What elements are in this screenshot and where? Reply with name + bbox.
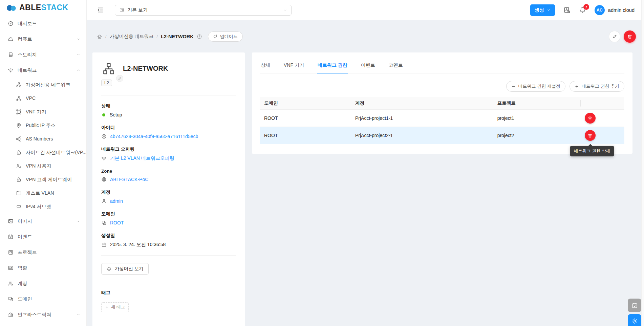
project-icon xyxy=(8,249,14,255)
field-domain-value[interactable]: ROOT xyxy=(110,220,124,225)
field-zone: ZoneABLESTACK-PoC xyxy=(101,169,236,182)
column-header: 계정 xyxy=(351,97,493,110)
sidebar-item-domains[interactable]: 도메인 xyxy=(0,291,86,307)
sidebar-item-vnf-appliances[interactable]: VNF 기기 xyxy=(0,105,86,118)
field-zone-value[interactable]: ABLESTACK-PoC xyxy=(110,177,148,182)
cell-domain: ROOT xyxy=(260,110,351,127)
sidebar-item-as-numbers[interactable]: AS Numbers xyxy=(0,132,86,146)
sidebar-item-images[interactable]: 이미지 xyxy=(0,213,86,229)
plus-icon xyxy=(105,305,109,309)
sidebar-item-projects[interactable]: 프로젝트 xyxy=(0,244,86,260)
breadcrumb-current: L2-NETWORK xyxy=(161,34,194,39)
chevron-down-icon xyxy=(283,8,287,12)
column-header-actions xyxy=(581,97,624,110)
tab-network-permissions[interactable]: 네트워크 권한 xyxy=(317,59,348,73)
sidebar-item-public-ip[interactable]: Public IP 주소 xyxy=(0,118,86,132)
field-network-offering-value[interactable]: 기본 L2 VLAN 네트워크오퍼링 xyxy=(110,155,174,161)
field-account-value[interactable]: admin xyxy=(110,198,123,204)
delete-network-button[interactable] xyxy=(624,30,636,43)
tab-details[interactable]: 상세 xyxy=(260,59,271,73)
cell-project: project2 xyxy=(493,127,581,144)
panel-toolbar: 네트워크 권한 재설정 네트워크 권한 추가 xyxy=(260,81,624,92)
folder-icon xyxy=(16,190,22,196)
lock-icon xyxy=(16,150,22,155)
globe-icon xyxy=(101,177,107,182)
tab-comments[interactable]: 코멘트 xyxy=(388,59,404,73)
sidebar-item-vpc[interactable]: VPC xyxy=(0,91,86,105)
sidebar-item-infrastructure[interactable]: 인프라스트럭쳐 xyxy=(0,307,86,322)
chev-down-icon xyxy=(77,37,80,41)
sidebar-item-vpn-users[interactable]: VPN 사용자 xyxy=(0,159,86,173)
users-icon xyxy=(8,281,14,286)
chev-down-icon xyxy=(77,53,80,57)
sidebar-item-dashboard[interactable]: 대시보드 xyxy=(0,16,86,31)
delete-permission-button[interactable] xyxy=(585,113,596,124)
calcheck-icon xyxy=(8,234,14,240)
user-icon xyxy=(101,198,107,204)
document-add-button[interactable] xyxy=(563,6,571,14)
breadcrumb-section[interactable]: 가상머신용 네트워크 xyxy=(110,34,154,40)
sidebar-item-roles[interactable]: 역할 xyxy=(0,260,86,276)
domain-icon xyxy=(8,296,14,302)
table-row[interactable]: ROOTPrjAcct-project2-1project2네트워크 권한 삭제 xyxy=(260,127,624,144)
cell-actions: 네트워크 권한 삭제 xyxy=(581,127,624,144)
cloud-vm-icon xyxy=(106,266,112,271)
view-vms-button[interactable]: 가상머신 보기 xyxy=(101,263,149,275)
cloud-logo-icon xyxy=(6,4,17,12)
edit-name-button[interactable] xyxy=(116,75,123,82)
update-button[interactable]: 업데이트 xyxy=(208,31,243,42)
bank-icon xyxy=(8,312,14,318)
sidebar-item-network[interactable]: 네트워크 xyxy=(0,62,86,78)
tags-label: 태그 xyxy=(101,290,236,296)
tab-vnf-appliances[interactable]: VNF 기기 xyxy=(283,59,305,73)
view-selector[interactable]: 기본 보기 xyxy=(115,5,292,16)
events-fab-button[interactable] xyxy=(628,299,641,312)
sidebar-item-service-offerings[interactable]: 서비스 오퍼링 xyxy=(0,322,86,326)
lock-icon xyxy=(16,177,22,182)
scrollbar[interactable] xyxy=(641,0,644,326)
sidebar-item-events[interactable]: 이벤트 xyxy=(0,229,86,244)
sidebar: ABLESTACK 대시보드컴퓨트스토리지네트워크가상머신용 네트워크VPCVN… xyxy=(0,0,87,326)
sidebar-item-ipv4-subnet[interactable]: IPv4 서브넷 xyxy=(0,200,86,213)
sidebar-item-guest-vlan[interactable]: 게스트 VLAN xyxy=(0,186,86,200)
pencil-icon xyxy=(612,34,617,39)
edit-button[interactable] xyxy=(609,31,620,42)
vnf-icon xyxy=(16,109,22,115)
detail-card: L2-NETWORK L2 상태Setup아이디4b747624-304a-40… xyxy=(92,52,245,326)
field-status-value: Setup xyxy=(110,112,122,117)
barcode-icon xyxy=(101,134,107,139)
sidebar-item-site-to-site-vpn[interactable]: 사이트간 사설네트워크(VP... xyxy=(0,146,86,159)
add-tag-button[interactable]: 새 태그 xyxy=(101,302,129,312)
idcard-icon xyxy=(8,265,14,271)
field-id-value[interactable]: 4b747624-304a-40f9-a56c-a716111d5ecb xyxy=(110,134,198,139)
user-menu[interactable]: AC admin cloud xyxy=(595,5,635,15)
reset-permissions-button[interactable]: 네트워크 권한 재설정 xyxy=(506,81,565,92)
brand-logo[interactable]: ABLESTACK xyxy=(0,0,86,15)
field-domain: 도메인ROOT xyxy=(101,211,236,225)
chevron-down-icon xyxy=(547,8,551,12)
notifications-button[interactable]: 7 xyxy=(579,6,586,14)
add-permission-button[interactable]: 네트워크 권한 추가 xyxy=(570,81,624,92)
sidebar-item-compute[interactable]: 컴퓨트 xyxy=(0,31,86,47)
nettree-icon xyxy=(16,82,22,88)
sidebar-item-storage[interactable]: 스토리지 xyxy=(0,47,86,62)
sidebar-item-accounts[interactable]: 계정 xyxy=(0,276,86,291)
menu-fold-button[interactable] xyxy=(97,6,104,14)
tab-bar: 상세VNF 기기네트워크 권한이벤트코멘트 xyxy=(260,59,624,73)
panel-card: 상세VNF 기기네트워크 권한이벤트코멘트 네트워크 권한 재설정 네트워크 권… xyxy=(252,52,632,154)
home-icon[interactable] xyxy=(97,34,102,39)
create-button[interactable]: 생성 xyxy=(530,4,555,16)
tab-events[interactable]: 이벤트 xyxy=(360,59,376,73)
user-name: admin cloud xyxy=(608,7,635,13)
menu-fold-icon xyxy=(97,6,104,14)
main-column: 기본 보기 생성 7 AC admin cloud xyxy=(87,0,644,326)
brand-stack: STACK xyxy=(41,3,68,12)
sidebar-item-guest-networks[interactable]: 가상머신용 네트워크 xyxy=(0,78,86,91)
table-row[interactable]: ROOTPrjAcct-project1-1project1 xyxy=(260,110,624,127)
settings-fab-button[interactable] xyxy=(628,314,641,326)
sidebar-item-vpn-customer-gateway[interactable]: VPN 고객 게이트웨이 xyxy=(0,173,86,186)
help-circle-icon[interactable] xyxy=(197,34,202,39)
delete-permission-button[interactable] xyxy=(585,130,596,141)
network-tree-icon xyxy=(102,62,115,77)
app-root: ABLESTACK 대시보드컴퓨트스토리지네트워크가상머신용 네트워크VPCVN… xyxy=(0,0,644,326)
